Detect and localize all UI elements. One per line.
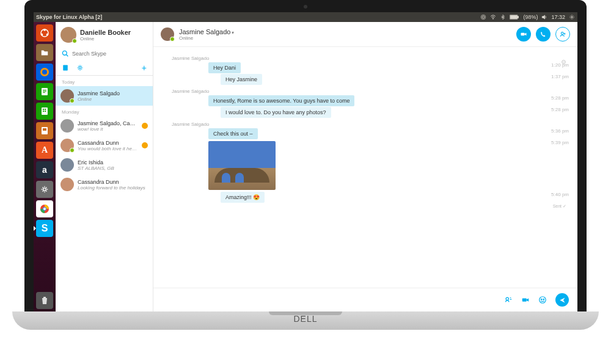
sender-label: Jasmine Salgado	[172, 89, 569, 94]
svg-point-29	[62, 51, 67, 55]
contact-card-icon[interactable]	[504, 296, 513, 304]
svg-rect-18	[43, 109, 44, 110]
avatar	[60, 178, 74, 191]
launcher-skype[interactable]: S	[36, 220, 53, 237]
message-text: Honestly, Rome is so awesome. You guys h…	[208, 95, 354, 106]
wifi-icon[interactable]	[490, 14, 496, 20]
message-image[interactable]: 5:39 pm	[208, 140, 569, 191]
message-in: Check this out –5:36 pm	[208, 128, 569, 139]
avatar	[60, 89, 74, 103]
screen-bezel: Skype for Linux Alpha [2] (98%) 17:32	[24, 0, 587, 311]
launcher-files[interactable]	[36, 44, 53, 61]
chat-title[interactable]: Jasmine Salgado	[179, 28, 230, 35]
contact-item[interactable]: Cassandra DunnYou would both love it her…	[56, 136, 153, 155]
battery-percent: (98%)	[523, 14, 538, 20]
contact-name: Eric Ishida	[78, 159, 148, 166]
system-indicators[interactable]: (98%) 17:32	[480, 14, 575, 20]
svg-point-9	[41, 34, 43, 36]
launcher-impress[interactable]	[36, 122, 53, 139]
contact-name: Jasmine Salgado	[78, 90, 148, 96]
emoji-icon[interactable]	[538, 296, 547, 304]
message-text: Hey Dani	[208, 62, 241, 73]
contacts-tab-icon[interactable]	[62, 64, 69, 71]
message-time: 5:28 pm	[545, 107, 569, 112]
launcher-amazon[interactable]: a	[36, 161, 53, 178]
launcher-trash[interactable]	[36, 292, 53, 309]
launcher-chrome[interactable]	[36, 200, 53, 217]
svg-point-31	[79, 67, 81, 69]
contact-sub: You would both love it here – we're havi…	[78, 146, 138, 151]
message-out: I would love to. Do you have any photos?…	[208, 107, 569, 118]
contact-sub: Online	[78, 96, 148, 102]
svg-point-10	[46, 34, 49, 36]
avatar	[60, 158, 74, 172]
avatar[interactable]	[161, 27, 174, 41]
laptop-frame: Skype for Linux Alpha [2] (98%) 17:32	[24, 0, 587, 346]
battery-icon[interactable]	[510, 14, 519, 20]
contact-list: Jasmine SalgadoOnline Monday Jasmine Sal…	[56, 86, 153, 311]
svg-rect-35	[522, 298, 527, 301]
avatar	[60, 139, 74, 152]
contact-item[interactable]: Jasmine SalgadoOnline	[56, 86, 153, 106]
current-user[interactable]: Danielle Booker Online	[56, 22, 153, 48]
contact-sub: wow! love it	[78, 126, 138, 132]
settings-tab-icon[interactable]	[76, 64, 84, 71]
sender-label: Jasmine Salgado	[172, 122, 569, 127]
message-list[interactable]: Jasmine Salgado Hey Dani1:20 pm Hey Jasm…	[153, 47, 577, 288]
message-text: Hey Jasmine	[221, 74, 262, 85]
launcher-settings[interactable]	[36, 181, 53, 198]
svg-point-37	[541, 299, 542, 299]
chat-subtitle: Online	[179, 35, 511, 41]
network-icon[interactable]	[480, 14, 486, 20]
svg-point-34	[506, 297, 508, 300]
svg-point-24	[43, 188, 46, 191]
contact-item[interactable]: Eric IshidaST ALBANS, GB	[56, 155, 153, 175]
search-box[interactable]	[56, 48, 153, 59]
video-call-button[interactable]	[516, 27, 531, 42]
chat-pane: Jasmine Salgado▾ Online ⚙ Jasmine Salgad…	[153, 22, 577, 311]
composer	[153, 288, 577, 311]
video-message-icon[interactable]	[521, 296, 530, 304]
svg-rect-15	[43, 91, 46, 92]
voice-call-button[interactable]	[536, 27, 551, 42]
svg-point-33	[561, 32, 563, 35]
clock: 17:32	[551, 14, 565, 20]
image-attachment[interactable]	[208, 141, 276, 190]
svg-point-12	[42, 70, 47, 75]
send-button[interactable]	[555, 293, 569, 307]
launcher-firefox[interactable]	[36, 64, 53, 81]
message-time: 1:20 pm	[545, 62, 569, 68]
avatar	[60, 27, 76, 43]
message-in: Hey Dani1:20 pm	[208, 62, 569, 73]
user-name: Danielle Booker	[80, 29, 131, 36]
contact-item[interactable]: Cassandra DunnLooking forward to the hol…	[56, 175, 153, 194]
launcher-software[interactable]: A	[36, 142, 53, 159]
status-online-icon	[170, 37, 175, 42]
laptop-base: DELL	[12, 311, 599, 330]
svg-point-38	[543, 299, 544, 299]
svg-point-8	[43, 29, 46, 31]
gear-icon[interactable]	[569, 14, 575, 20]
launcher-writer[interactable]	[36, 83, 53, 100]
message-out: Amazing!!! 😍5:40 pm	[208, 192, 569, 203]
add-participant-button[interactable]	[555, 27, 570, 42]
ubuntu-top-bar: Skype for Linux Alpha [2] (98%) 17:32	[34, 12, 577, 22]
new-conversation-button[interactable]: +	[142, 63, 147, 73]
chat-header: Jasmine Salgado▾ Online	[153, 22, 577, 47]
unity-launcher: A a S	[34, 22, 56, 311]
skype-app: Danielle Booker Online +	[56, 22, 577, 311]
chevron-down-icon[interactable]: ▾	[232, 30, 234, 35]
volume-icon[interactable]	[541, 14, 547, 20]
svg-rect-19	[45, 109, 46, 110]
search-input[interactable]	[72, 51, 147, 57]
contact-item[interactable]: Jasmine Salgado, Cassan…wow! love it	[56, 116, 153, 136]
launcher-dash[interactable]	[36, 24, 53, 42]
bluetooth-icon[interactable]	[500, 14, 506, 20]
svg-rect-20	[43, 111, 44, 112]
svg-rect-4	[518, 16, 519, 18]
section-monday: Monday	[56, 106, 153, 116]
svg-rect-16	[43, 92, 45, 93]
svg-point-36	[540, 297, 546, 304]
svg-rect-30	[63, 65, 68, 71]
launcher-calc[interactable]	[36, 103, 53, 120]
